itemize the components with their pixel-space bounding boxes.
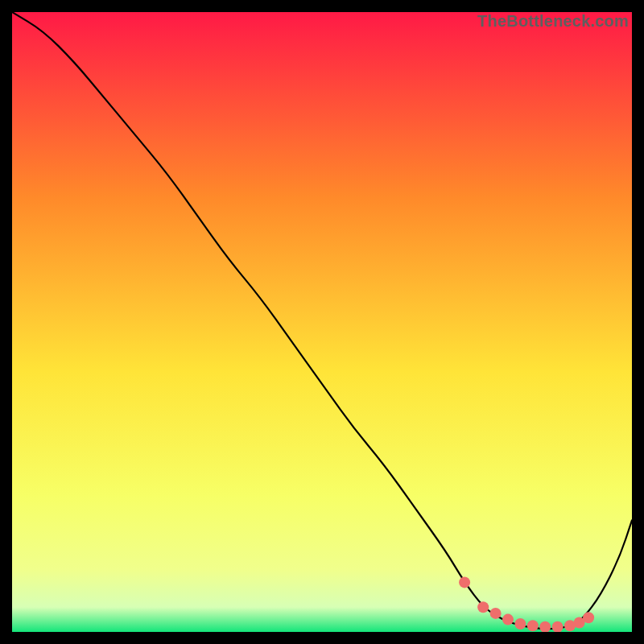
marker-point [459, 576, 470, 588]
marker-point [477, 601, 489, 613]
watermark-text: TheBottleneck.com [477, 12, 629, 31]
marker-point [583, 612, 594, 623]
marker-point [502, 614, 514, 625]
bottleneck-chart [12, 12, 632, 632]
marker-point [527, 620, 539, 631]
gradient-background [12, 12, 632, 632]
marker-point [514, 618, 526, 630]
marker-point [490, 608, 502, 619]
chart-frame: TheBottleneck.com [12, 12, 632, 632]
